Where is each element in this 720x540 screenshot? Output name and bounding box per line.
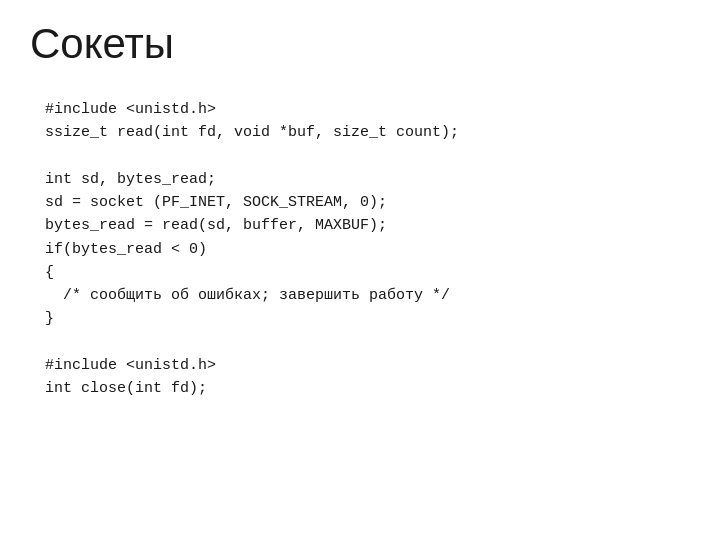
code-line: ssize_t read(int fd, void *buf, size_t c… [45,121,675,144]
code-line: if(bytes_read < 0) [45,238,675,261]
page-container: Сокеты #include <unistd.h>ssize_t read(i… [0,0,720,540]
page-title: Сокеты [30,20,690,68]
code-line: bytes_read = read(sd, buffer, MAXBUF); [45,214,675,237]
code-empty-line [45,331,675,354]
code-line: int sd, bytes_read; [45,168,675,191]
code-line: sd = socket (PF_INET, SOCK_STREAM, 0); [45,191,675,214]
code-line: int close(int fd); [45,377,675,400]
code-line: #include <unistd.h> [45,354,675,377]
code-line: { [45,261,675,284]
code-line: #include <unistd.h> [45,98,675,121]
code-empty-line [45,145,675,168]
code-line: } [45,307,675,330]
code-block: #include <unistd.h>ssize_t read(int fd, … [30,88,690,410]
code-line: /* сообщить об ошибках; завершить работу… [45,284,675,307]
